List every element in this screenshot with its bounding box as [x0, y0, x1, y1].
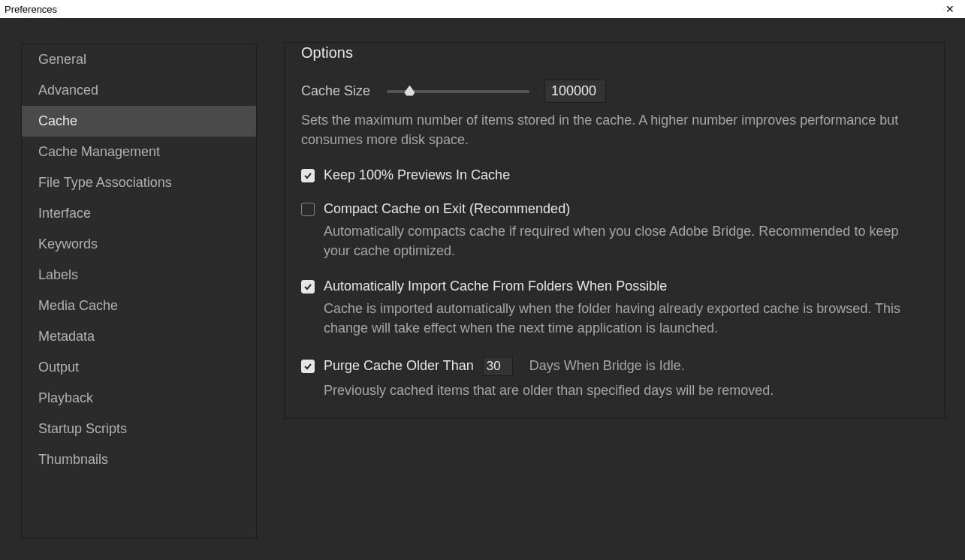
sidebar-item-thumbnails[interactable]: Thumbnails — [22, 444, 256, 475]
checkbox-purge-older[interactable] — [301, 360, 315, 373]
check-icon — [303, 362, 312, 371]
cache-size-label: Cache Size — [301, 83, 370, 99]
sidebar-item-label: Cache Management — [38, 144, 160, 160]
purge-days-input[interactable] — [483, 357, 513, 376]
checkbox-keep-previews[interactable] — [301, 169, 315, 182]
sidebar-item-label: Labels — [38, 267, 78, 283]
checkbox-compact-on-exit[interactable] — [301, 203, 315, 216]
sidebar-item-media-cache[interactable]: Media Cache — [22, 291, 256, 321]
sidebar-item-label: Keywords — [38, 236, 98, 252]
check-icon — [303, 282, 312, 291]
close-button[interactable]: ✕ — [941, 0, 959, 18]
option-label: Automatically Import Cache From Folders … — [324, 278, 667, 294]
sidebar-item-startup-scripts[interactable]: Startup Scripts — [22, 414, 256, 444]
sidebar-item-cache-management[interactable]: Cache Management — [22, 137, 256, 167]
close-icon: ✕ — [945, 3, 954, 15]
sidebar-item-label: Media Cache — [38, 298, 118, 314]
sidebar-item-label: Startup Scripts — [38, 421, 127, 437]
category-sidebar: GeneralAdvancedCacheCache ManagementFile… — [21, 44, 257, 539]
sidebar-item-label: Metadata — [38, 329, 95, 345]
sidebar-item-label: Advanced — [38, 83, 98, 98]
check-icon — [303, 171, 312, 180]
sidebar-item-general[interactable]: General — [22, 44, 256, 75]
sidebar-item-labels[interactable]: Labels — [22, 260, 256, 291]
option-purge-older: Purge Cache Older Than Days When Bridge … — [301, 357, 927, 400]
option-label-post: Days When Bridge is Idle. — [529, 358, 685, 374]
sidebar-item-label: File Type Associations — [38, 175, 172, 191]
sidebar-item-label: Cache — [38, 113, 77, 129]
option-label-pre: Purge Cache Older Than — [324, 358, 474, 374]
sidebar-item-keywords[interactable]: Keywords — [22, 229, 256, 260]
sidebar-item-advanced[interactable]: Advanced — [22, 75, 256, 106]
sidebar-item-label: Interface — [38, 206, 91, 221]
sidebar-item-file-type-associations[interactable]: File Type Associations — [22, 167, 256, 198]
option-description: Cache is imported automatically when the… — [324, 299, 927, 338]
options-panel: Options Cache Size Sets the maximum numb… — [284, 42, 945, 419]
sidebar-item-playback[interactable]: Playback — [22, 383, 256, 414]
sidebar-item-label: Thumbnails — [38, 452, 108, 468]
cache-size-row: Cache Size — [301, 80, 927, 103]
window-title: Preferences — [5, 4, 57, 15]
title-bar: Preferences ✕ — [0, 0, 965, 18]
cache-size-slider[interactable] — [387, 90, 529, 93]
checkbox-auto-import[interactable] — [301, 280, 315, 294]
sidebar-item-label: General — [38, 52, 86, 68]
option-description: Automatically compacts cache if required… — [324, 221, 927, 260]
slider-thumb-icon[interactable] — [404, 86, 415, 96]
option-keep-previews: Keep 100% Previews In Cache — [301, 167, 927, 183]
sidebar-item-interface[interactable]: Interface — [22, 198, 256, 229]
sidebar-item-label: Playback — [38, 390, 93, 406]
sidebar-item-label: Output — [38, 360, 79, 375]
option-description: Previously cached items that are older t… — [324, 381, 927, 400]
options-panel-title: Options — [301, 44, 359, 62]
cache-size-input[interactable] — [544, 80, 606, 103]
option-auto-import: Automatically Import Cache From Folders … — [301, 278, 927, 338]
option-label: Keep 100% Previews In Cache — [324, 167, 510, 183]
option-compact-on-exit: Compact Cache on Exit (Recommended) Auto… — [301, 201, 927, 260]
sidebar-item-output[interactable]: Output — [22, 352, 256, 383]
cache-size-description: Sets the maximum number of items stored … — [301, 110, 927, 149]
window-body: GeneralAdvancedCacheCache ManagementFile… — [0, 18, 965, 560]
sidebar-item-metadata[interactable]: Metadata — [22, 321, 256, 352]
sidebar-item-cache[interactable]: Cache — [22, 106, 256, 137]
option-label: Compact Cache on Exit (Recommended) — [324, 201, 570, 217]
